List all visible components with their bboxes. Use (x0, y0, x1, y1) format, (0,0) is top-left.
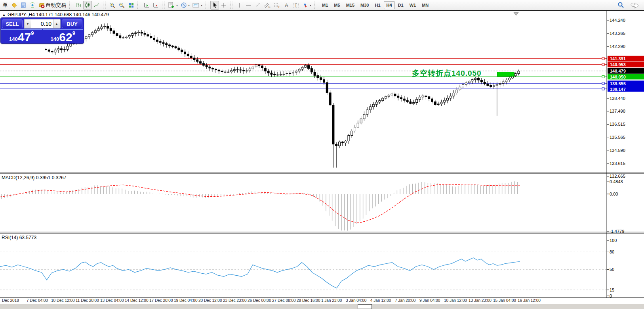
svg-text:80: 80 (610, 250, 614, 254)
fibonacci-button[interactable]: F (272, 1, 282, 10)
sell-price[interactable]: 140479 (1, 29, 42, 43)
text-button[interactable]: A (282, 1, 291, 10)
volume-increase-button[interactable]: ▲ (53, 19, 60, 28)
trade-panel-controls: SELL ▼ ▲ BUY (1, 18, 84, 29)
dropdown-caret: ▾ (188, 4, 190, 7)
zoom-in-button[interactable] (108, 1, 117, 10)
crosshair-button[interactable] (219, 1, 228, 10)
cursor-arrow-icon (212, 2, 217, 8)
highlight-rectangle[interactable] (497, 72, 514, 77)
chart-shift-icon (152, 2, 159, 8)
chart-shift-button[interactable] (151, 1, 160, 10)
sell-price-point: 9 (31, 30, 34, 36)
metaeditor-button[interactable] (10, 1, 19, 10)
zoom-out-button[interactable] (117, 1, 126, 10)
volume-input[interactable] (31, 19, 53, 28)
svg-text:10 Dec 12:00: 10 Dec 12:00 (51, 298, 75, 303)
buy-price[interactable]: 140629 (43, 29, 84, 43)
text-label-button[interactable]: T (291, 1, 301, 10)
chat-button[interactable] (629, 1, 640, 10)
tf-button-M1[interactable]: M1 (319, 1, 331, 9)
tf-button-M15[interactable]: M15 (343, 1, 357, 9)
volume-decrease-button[interactable]: ▼ (24, 19, 31, 28)
toolbar-scroll-group (141, 1, 161, 10)
search-icon (617, 2, 625, 9)
svg-text:E: E (269, 6, 271, 8)
rsi-indicator-label: RSI(14) 63.5773 (2, 235, 36, 240)
trendline-button[interactable] (253, 1, 262, 10)
tf-button-H4[interactable]: H4 (384, 1, 395, 9)
auto-scroll-button[interactable] (142, 1, 151, 10)
bar-chart-icon (75, 2, 82, 8)
equidistant-channel-button[interactable]: E (262, 1, 272, 10)
tf-button-M5[interactable]: M5 (331, 1, 343, 9)
buy-price-pips: 62 (59, 31, 72, 43)
svg-text:140.050: 140.050 (610, 75, 626, 79)
bar-chart-button[interactable] (74, 1, 83, 10)
chart-canvas[interactable]: 144.240143.265142.290138.440137.490136.5… (0, 0, 644, 309)
svg-text:13 Jan 23:00: 13 Jan 23:00 (469, 298, 492, 303)
buy-button[interactable]: BUY (62, 19, 82, 28)
svg-text:50: 50 (610, 267, 614, 272)
new-order-button[interactable]: 单 (1, 1, 10, 10)
autotrading-label: 自动交易 (46, 2, 66, 9)
level-handle[interactable] (602, 58, 604, 60)
tile-windows-icon (128, 2, 134, 8)
svg-text:133.615: 133.615 (610, 161, 625, 166)
text-label-icon: T (292, 2, 299, 8)
vertical-line-button[interactable] (235, 1, 244, 10)
auto-scroll-icon (143, 2, 150, 8)
horizontal-line-button[interactable] (244, 1, 253, 10)
search-button[interactable] (616, 1, 626, 10)
toolbar-grip (137, 2, 140, 9)
svg-text:4 Jan 12:00: 4 Jan 12:00 (370, 298, 391, 303)
tf-button-H1[interactable]: H1 (372, 1, 383, 9)
line-chart-button[interactable] (92, 1, 101, 10)
svg-text:9 Jan 04:00: 9 Jan 04:00 (419, 298, 440, 303)
chart-title-text: GBPJPY-,H4 140.171 140.688 140.146 140.4… (8, 12, 109, 17)
trendline-icon (254, 2, 261, 8)
arrows-icon (302, 2, 309, 8)
periods-button[interactable]: ▾ (179, 1, 191, 10)
strategy-tester-button[interactable] (19, 1, 28, 10)
horizontal-scrollbar[interactable] (0, 304, 644, 309)
level-handle[interactable] (602, 75, 604, 78)
svg-text:135.565: 135.565 (610, 135, 625, 140)
price-level-labels: 141.391140.953140.479140.050139.555139.1… (608, 56, 644, 92)
arrows-button[interactable]: ▾ (301, 1, 312, 10)
svg-text:Dec 2018: Dec 2018 (2, 298, 19, 303)
svg-text:15 Jan 04:00: 15 Jan 04:00 (493, 298, 516, 303)
chat-icon (630, 2, 639, 9)
svg-text:27 Dec 08:00: 27 Dec 08:00 (272, 298, 296, 303)
autotrading-button[interactable]: 自动交易 (37, 1, 67, 10)
sell-button[interactable]: SELL (2, 19, 23, 28)
tf-button-D1[interactable]: D1 (395, 1, 406, 9)
tile-windows-button[interactable] (127, 1, 135, 10)
svg-text:140.479: 140.479 (610, 69, 626, 73)
level-handle[interactable] (602, 82, 604, 84)
svg-text:143.265: 143.265 (610, 31, 625, 36)
one-click-toggle-icon[interactable]: ▲ (2, 13, 6, 17)
rsi-level-lines (0, 252, 607, 290)
chart-shift-marker[interactable] (514, 12, 518, 15)
svg-text:3 Jan 04:00: 3 Jan 04:00 (346, 298, 367, 303)
level-handle[interactable] (602, 63, 604, 66)
svg-text:136.515: 136.515 (610, 122, 625, 127)
scrollbar-thumb[interactable] (358, 304, 372, 309)
indicators-button[interactable]: ▾ (167, 1, 179, 10)
broadcast-button[interactable] (28, 1, 37, 10)
crosshair-icon (221, 2, 227, 8)
tf-button-MN[interactable]: MN (419, 1, 431, 9)
svg-text:141.391: 141.391 (610, 56, 626, 61)
line-chart-icon (93, 2, 100, 8)
tf-button-M30[interactable]: M30 (358, 1, 372, 9)
svg-text:14 Dec 12:00: 14 Dec 12:00 (125, 298, 149, 303)
tf-button-W1[interactable]: W1 (407, 1, 419, 9)
templates-icon (192, 2, 200, 8)
cursor-button[interactable] (210, 1, 219, 10)
svg-text:20 Dec 12:00: 20 Dec 12:00 (198, 298, 222, 303)
candlestick-chart-button[interactable] (83, 1, 92, 10)
toolbar-grip (103, 2, 106, 9)
templates-button[interactable]: ▾ (191, 1, 204, 10)
level-handle[interactable] (602, 88, 604, 90)
